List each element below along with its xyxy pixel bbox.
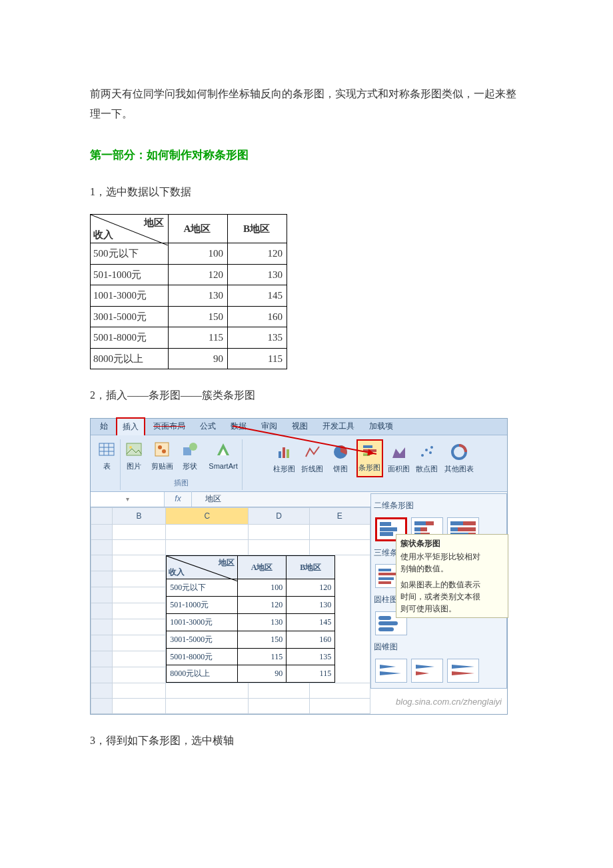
row-header[interactable] — [91, 587, 113, 603]
column-chart-icon — [276, 443, 293, 461]
line-chart-button[interactable]: 折线图 — [301, 442, 324, 477]
shapes-button[interactable]: 形状 — [178, 439, 202, 475]
tab-insert[interactable]: 插入 — [116, 417, 145, 435]
tooltip-line: 使用水平矩形比较相对 — [400, 551, 504, 563]
ribbon-group-charts: 柱形图 折线图 饼图 条形图 — [243, 439, 504, 490]
group-caption: 插图 — [174, 476, 189, 490]
picture-icon — [125, 441, 143, 458]
data-table: 地区 收入 A地区 B地区 500元以下100120 501-1000元1201… — [90, 214, 287, 369]
row-label: 3001-5000元 — [91, 306, 169, 327]
bar-chart-button[interactable]: 条形图 — [356, 439, 383, 477]
tab-pagelayout[interactable]: 页面布局 — [147, 417, 192, 436]
cell: 120 — [169, 264, 228, 285]
column-chart-button[interactable]: 柱形图 — [273, 442, 297, 477]
name-box[interactable]: ▾ — [91, 492, 165, 507]
svg-point-26 — [430, 446, 433, 449]
cell: 145 — [228, 285, 287, 307]
cell: 130 — [169, 285, 228, 307]
label: 柱形图 — [273, 462, 295, 476]
row-label: 500元以下 — [91, 243, 169, 265]
other-charts-icon — [450, 443, 468, 461]
cone-icon — [450, 662, 477, 679]
svg-rect-8 — [155, 443, 169, 456]
label: 剪贴画 — [151, 459, 173, 473]
cell: 100 — [169, 243, 228, 265]
cell: 500元以下 — [167, 579, 238, 597]
tab-formulas[interactable]: 公式 — [193, 417, 223, 436]
col-header[interactable]: E — [309, 507, 370, 525]
cone-option-2[interactable] — [411, 659, 443, 683]
row-header[interactable] — [91, 603, 113, 619]
col-header[interactable]: D — [249, 507, 309, 525]
svg-marker-30 — [380, 671, 401, 675]
label: 面积图 — [388, 462, 410, 476]
svg-marker-31 — [416, 665, 434, 669]
tab-view[interactable]: 视图 — [285, 417, 314, 436]
cone-option-1[interactable] — [375, 659, 407, 683]
tooltip-line: 别轴的数值。 — [400, 563, 504, 575]
picture-button[interactable]: 图片 — [122, 439, 146, 475]
cone-option-3[interactable] — [447, 659, 479, 683]
diag-top-label: 地区 — [144, 213, 164, 233]
cell: 135 — [287, 648, 335, 665]
sheet-grid[interactable]: B C D E 地区 — [91, 507, 370, 715]
row-header[interactable] — [91, 540, 113, 555]
row-header[interactable] — [91, 683, 113, 699]
cell: 115 — [169, 327, 228, 349]
row-header[interactable] — [91, 555, 113, 571]
cell: 120 — [287, 579, 335, 597]
cell: 145 — [287, 614, 335, 631]
row-header[interactable] — [91, 699, 113, 714]
col-header-selected[interactable]: C — [166, 507, 249, 525]
excel-screenshot: 始 插入 页面布局 公式 数据 审阅 视图 开发工具 加载项 表 — [90, 418, 508, 715]
svg-rect-6 — [127, 443, 141, 455]
cell: 100 — [238, 579, 287, 597]
row-header[interactable] — [91, 619, 113, 635]
cell: 130 — [287, 597, 335, 614]
diag-top: 地区 — [219, 555, 235, 571]
diag-bot: 收入 — [169, 565, 185, 580]
clipart-icon — [153, 441, 171, 458]
corner-cell[interactable] — [91, 507, 113, 525]
row-header[interactable] — [91, 525, 113, 540]
row-header[interactable] — [91, 651, 113, 667]
cell: 501-1000元 — [167, 597, 238, 614]
area-chart-button[interactable]: 面积图 — [387, 442, 411, 477]
cell: 5001-8000元 — [167, 648, 238, 665]
svg-rect-17 — [287, 449, 289, 458]
scatter-chart-button[interactable]: 散点图 — [415, 442, 439, 477]
svg-rect-1 — [99, 443, 114, 455]
section-title: 第一部分：如何制作对称条形图 — [90, 145, 523, 166]
svg-point-24 — [425, 449, 428, 451]
embedded-data-table: 地区 收入 A地区 B地区 500元以下100120 501-1000元1201… — [166, 555, 335, 683]
clipart-button[interactable]: 剪贴画 — [150, 439, 174, 475]
cell: 115 — [228, 348, 287, 369]
row-header[interactable] — [91, 635, 113, 651]
cell: 115 — [238, 648, 287, 665]
label: 散点图 — [416, 462, 438, 476]
svg-rect-19 — [363, 445, 372, 448]
table-button[interactable]: 表 — [95, 439, 119, 475]
col-header[interactable]: B — [112, 507, 165, 525]
fx-label[interactable]: fx — [165, 491, 192, 507]
smartart-button[interactable]: SmartArt — [206, 439, 241, 475]
other-charts-button[interactable]: 其他图表 — [443, 442, 475, 477]
svg-marker-22 — [392, 447, 405, 458]
tab-developer[interactable]: 开发工具 — [316, 417, 361, 436]
svg-marker-29 — [380, 665, 396, 669]
cone-icon — [378, 662, 405, 679]
tab-addins[interactable]: 加载项 — [362, 417, 400, 436]
dd-section-cone: 圆锥图 — [374, 638, 504, 656]
svg-point-12 — [189, 443, 197, 451]
ribbon-group-tables: 表 — [93, 439, 121, 490]
cone-icon — [414, 662, 441, 679]
tab-home-partial[interactable]: 始 — [93, 417, 115, 436]
label: 其他图表 — [444, 462, 474, 476]
row-header[interactable] — [91, 667, 113, 683]
svg-point-10 — [162, 449, 166, 453]
svg-point-7 — [129, 446, 132, 449]
row-header[interactable] — [91, 571, 113, 587]
step-1: 1，选中数据以下数据 — [90, 182, 523, 202]
row-label: 5001-8000元 — [91, 327, 169, 349]
cell: 160 — [228, 306, 287, 327]
